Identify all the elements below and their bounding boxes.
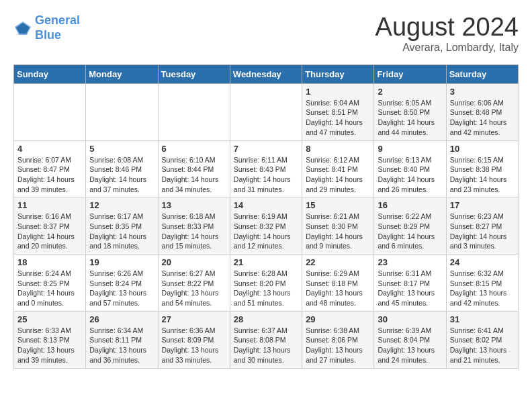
day-number: 29 xyxy=(306,314,370,324)
day-info: Sunrise: 6:10 AMSunset: 8:44 PMDaylight:… xyxy=(162,155,226,195)
day-number: 6 xyxy=(162,144,226,154)
calendar-cell: 9Sunrise: 6:13 AMSunset: 8:40 PMDaylight… xyxy=(374,140,446,197)
calendar-cell: 11Sunrise: 6:16 AMSunset: 8:37 PMDayligh… xyxy=(14,197,86,255)
logo-icon xyxy=(13,20,32,36)
day-info: Sunrise: 6:22 AMSunset: 8:29 PMDaylight:… xyxy=(378,212,442,251)
day-number: 24 xyxy=(450,257,515,267)
day-number: 15 xyxy=(306,200,370,210)
day-number: 10 xyxy=(450,144,515,154)
day-number: 22 xyxy=(306,257,370,267)
weekday-header-saturday: Saturday xyxy=(446,64,518,83)
calendar-cell: 27Sunrise: 6:36 AMSunset: 8:09 PMDayligh… xyxy=(158,311,230,368)
calendar-cell: 10Sunrise: 6:15 AMSunset: 8:38 PMDayligh… xyxy=(446,140,518,197)
day-info: Sunrise: 6:15 AMSunset: 8:38 PMDaylight:… xyxy=(450,155,515,195)
calendar-week-row: 11Sunrise: 6:16 AMSunset: 8:37 PMDayligh… xyxy=(14,197,519,255)
day-info: Sunrise: 6:11 AMSunset: 8:43 PMDaylight:… xyxy=(234,155,298,195)
logo-general: General xyxy=(35,13,80,27)
weekday-header-monday: Monday xyxy=(86,64,158,83)
weekday-header-sunday: Sunday xyxy=(14,64,86,83)
day-number: 12 xyxy=(89,200,154,210)
day-number: 13 xyxy=(162,200,226,210)
day-info: Sunrise: 6:06 AMSunset: 8:48 PMDaylight:… xyxy=(450,98,515,138)
day-info: Sunrise: 6:38 AMSunset: 8:06 PMDaylight:… xyxy=(306,326,370,365)
day-number: 11 xyxy=(17,200,82,210)
day-number: 23 xyxy=(378,257,442,267)
day-number: 19 xyxy=(89,257,154,267)
day-info: Sunrise: 6:05 AMSunset: 8:50 PMDaylight:… xyxy=(378,98,442,138)
day-number: 20 xyxy=(162,257,226,267)
calendar-cell: 15Sunrise: 6:21 AMSunset: 8:30 PMDayligh… xyxy=(302,197,374,255)
calendar-cell: 18Sunrise: 6:24 AMSunset: 8:25 PMDayligh… xyxy=(14,255,86,312)
day-info: Sunrise: 6:37 AMSunset: 8:08 PMDaylight:… xyxy=(234,326,298,365)
day-info: Sunrise: 6:23 AMSunset: 8:27 PMDaylight:… xyxy=(450,212,515,251)
day-number: 18 xyxy=(17,257,82,267)
calendar-cell: 26Sunrise: 6:34 AMSunset: 8:11 PMDayligh… xyxy=(86,311,158,368)
calendar-week-row: 1Sunrise: 6:04 AMSunset: 8:51 PMDaylight… xyxy=(14,83,519,140)
title-block: August 2024 Averara, Lombardy, Italy xyxy=(375,13,519,54)
day-info: Sunrise: 6:32 AMSunset: 8:15 PMDaylight:… xyxy=(450,269,515,308)
day-number: 25 xyxy=(17,314,82,324)
day-number: 28 xyxy=(234,314,298,324)
calendar-week-row: 25Sunrise: 6:33 AMSunset: 8:13 PMDayligh… xyxy=(14,311,519,368)
logo-blue: Blue xyxy=(35,28,61,42)
day-number: 1 xyxy=(306,87,370,97)
day-info: Sunrise: 6:08 AMSunset: 8:46 PMDaylight:… xyxy=(89,155,154,195)
calendar-cell: 8Sunrise: 6:12 AMSunset: 8:41 PMDaylight… xyxy=(302,140,374,197)
page-header: General Blue August 2024 Averara, Lombar… xyxy=(13,13,519,54)
day-number: 30 xyxy=(378,314,442,324)
calendar-cell: 29Sunrise: 6:38 AMSunset: 8:06 PMDayligh… xyxy=(302,311,374,368)
day-info: Sunrise: 6:12 AMSunset: 8:41 PMDaylight:… xyxy=(306,155,370,195)
day-info: Sunrise: 6:13 AMSunset: 8:40 PMDaylight:… xyxy=(378,155,442,195)
day-number: 17 xyxy=(450,200,515,210)
calendar-cell xyxy=(158,83,230,140)
calendar-title: August 2024 xyxy=(375,13,519,42)
day-number: 27 xyxy=(162,314,226,324)
day-info: Sunrise: 6:28 AMSunset: 8:20 PMDaylight:… xyxy=(234,269,298,308)
day-info: Sunrise: 6:21 AMSunset: 8:30 PMDaylight:… xyxy=(306,212,370,251)
weekday-header-wednesday: Wednesday xyxy=(230,64,302,83)
calendar-cell xyxy=(230,83,302,140)
calendar-cell: 19Sunrise: 6:26 AMSunset: 8:24 PMDayligh… xyxy=(86,255,158,312)
day-number: 2 xyxy=(378,87,442,97)
calendar-table: SundayMondayTuesdayWednesdayThursdayFrid… xyxy=(13,64,519,369)
day-number: 16 xyxy=(378,200,442,210)
day-info: Sunrise: 6:26 AMSunset: 8:24 PMDaylight:… xyxy=(89,269,154,308)
day-info: Sunrise: 6:17 AMSunset: 8:35 PMDaylight:… xyxy=(89,212,154,251)
weekday-header-tuesday: Tuesday xyxy=(158,64,230,83)
day-number: 7 xyxy=(234,144,298,154)
day-info: Sunrise: 6:19 AMSunset: 8:32 PMDaylight:… xyxy=(234,212,298,251)
day-info: Sunrise: 6:16 AMSunset: 8:37 PMDaylight:… xyxy=(17,212,82,251)
day-number: 9 xyxy=(378,144,442,154)
calendar-subtitle: Averara, Lombardy, Italy xyxy=(375,42,519,54)
day-info: Sunrise: 6:27 AMSunset: 8:22 PMDaylight:… xyxy=(162,269,226,308)
calendar-cell: 25Sunrise: 6:33 AMSunset: 8:13 PMDayligh… xyxy=(14,311,86,368)
calendar-cell: 24Sunrise: 6:32 AMSunset: 8:15 PMDayligh… xyxy=(446,255,518,312)
calendar-cell xyxy=(14,83,86,140)
calendar-cell: 5Sunrise: 6:08 AMSunset: 8:46 PMDaylight… xyxy=(86,140,158,197)
calendar-cell: 20Sunrise: 6:27 AMSunset: 8:22 PMDayligh… xyxy=(158,255,230,312)
calendar-cell: 31Sunrise: 6:41 AMSunset: 8:02 PMDayligh… xyxy=(446,311,518,368)
calendar-cell: 3Sunrise: 6:06 AMSunset: 8:48 PMDaylight… xyxy=(446,83,518,140)
calendar-cell: 6Sunrise: 6:10 AMSunset: 8:44 PMDaylight… xyxy=(158,140,230,197)
calendar-cell: 7Sunrise: 6:11 AMSunset: 8:43 PMDaylight… xyxy=(230,140,302,197)
calendar-week-row: 18Sunrise: 6:24 AMSunset: 8:25 PMDayligh… xyxy=(14,255,519,312)
day-info: Sunrise: 6:39 AMSunset: 8:04 PMDaylight:… xyxy=(378,326,442,365)
calendar-cell: 23Sunrise: 6:31 AMSunset: 8:17 PMDayligh… xyxy=(374,255,446,312)
day-info: Sunrise: 6:29 AMSunset: 8:18 PMDaylight:… xyxy=(306,269,370,308)
day-info: Sunrise: 6:31 AMSunset: 8:17 PMDaylight:… xyxy=(378,269,442,308)
calendar-cell: 4Sunrise: 6:07 AMSunset: 8:47 PMDaylight… xyxy=(14,140,86,197)
day-number: 26 xyxy=(89,314,154,324)
calendar-cell: 17Sunrise: 6:23 AMSunset: 8:27 PMDayligh… xyxy=(446,197,518,255)
calendar-cell: 21Sunrise: 6:28 AMSunset: 8:20 PMDayligh… xyxy=(230,255,302,312)
weekday-header-thursday: Thursday xyxy=(302,64,374,83)
day-number: 8 xyxy=(306,144,370,154)
day-info: Sunrise: 6:07 AMSunset: 8:47 PMDaylight:… xyxy=(17,155,82,195)
day-number: 14 xyxy=(234,200,298,210)
weekday-header-row: SundayMondayTuesdayWednesdayThursdayFrid… xyxy=(14,64,519,83)
day-info: Sunrise: 6:33 AMSunset: 8:13 PMDaylight:… xyxy=(17,326,82,365)
day-info: Sunrise: 6:41 AMSunset: 8:02 PMDaylight:… xyxy=(450,326,515,365)
day-number: 4 xyxy=(17,144,82,154)
day-info: Sunrise: 6:36 AMSunset: 8:09 PMDaylight:… xyxy=(162,326,226,365)
day-number: 21 xyxy=(234,257,298,267)
day-info: Sunrise: 6:18 AMSunset: 8:33 PMDaylight:… xyxy=(162,212,226,251)
